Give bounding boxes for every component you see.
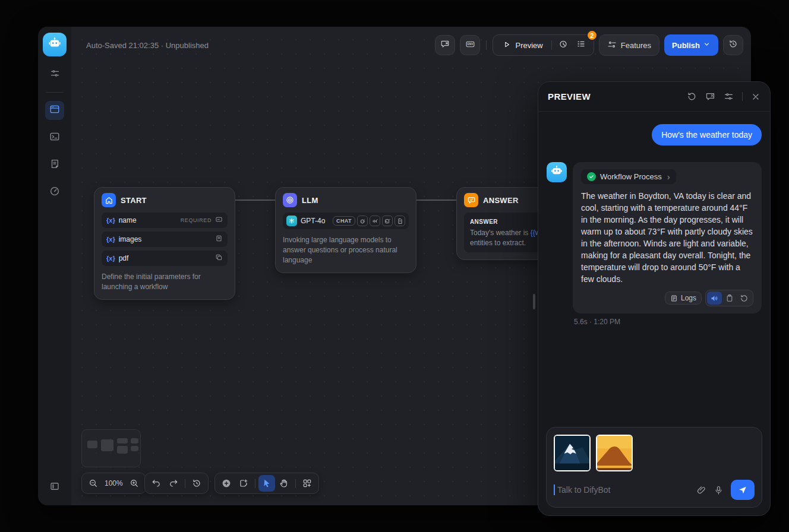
chat-settings-button[interactable] (724, 91, 734, 102)
message-meta: 5.6s · 1:20 PM (574, 318, 762, 326)
close-preview-button[interactable] (751, 92, 760, 102)
zoom-in-button[interactable] (126, 475, 143, 492)
answer-text-part: Today's weather is (470, 229, 531, 237)
audio-capability-icon (370, 216, 380, 226)
variable-token: {x} (106, 255, 115, 262)
field-name: images (119, 235, 142, 243)
node-llm-description: Invoking large language models to answer… (283, 235, 409, 265)
zoom-level[interactable]: 100% (102, 479, 125, 487)
bot-message-bubble: Workflow Process › The weather in Boydto… (573, 162, 762, 314)
history-icon (192, 479, 201, 488)
zoom-in-icon (130, 479, 139, 488)
app-logo[interactable] (43, 33, 67, 56)
document-capability-icon (394, 216, 405, 226)
chat-input-row (554, 480, 755, 500)
regenerate-button[interactable] (737, 292, 752, 305)
variable-token: {x} (106, 236, 115, 243)
voice-input-button[interactable] (714, 485, 724, 495)
attachment-sunset-mountain-photo[interactable] (596, 435, 633, 471)
preview-run-button[interactable]: Preview (497, 40, 548, 50)
node-start-header: START (102, 193, 228, 207)
message-action-group (705, 290, 753, 306)
workflow-process-chip[interactable]: Workflow Process › (581, 169, 676, 184)
logs-button[interactable]: Logs (665, 292, 702, 305)
add-node-button[interactable] (218, 475, 235, 492)
desktop: Auto-Saved 21:02:35 · Unpublished ENV (0, 0, 789, 532)
hand-tool-button[interactable] (276, 475, 292, 492)
sidebar-item-orchestrate[interactable] (45, 101, 64, 120)
publish-button[interactable]: Publish (664, 34, 718, 56)
preview-header: PREVIEW (538, 82, 770, 112)
add-note-icon (239, 479, 248, 488)
minimap-node (131, 446, 138, 451)
copy-icon (725, 294, 734, 302)
app-config-button[interactable] (45, 65, 64, 84)
node-start[interactable]: START {x} name REQUIRED {x} images (94, 187, 235, 300)
version-history-button[interactable] (723, 35, 743, 55)
minimap-node (87, 441, 97, 448)
bot-message-row: Workflow Process › The weather in Boydto… (547, 162, 762, 326)
night-mountain-image (555, 436, 589, 470)
annotation-icon (440, 39, 450, 51)
user-message-row: How's the weather today (547, 124, 762, 145)
node-llm[interactable]: LLM GPT-4o CHAT (275, 187, 416, 273)
canvas-scrollbar[interactable] (533, 294, 535, 309)
run-history-button[interactable] (554, 36, 572, 54)
copy-button[interactable] (722, 292, 737, 305)
gauge-icon (49, 186, 60, 199)
preview-run-label: Preview (515, 41, 542, 50)
redo-button[interactable] (165, 475, 182, 492)
start-field-pdf[interactable]: {x} pdf (102, 251, 228, 266)
topbar-actions: ENV Preview (435, 34, 743, 56)
zoom-out-icon (89, 479, 98, 488)
publish-label: Publish (672, 41, 700, 50)
mic-icon (714, 485, 724, 495)
minimap[interactable] (81, 429, 141, 467)
undo-icon (152, 479, 161, 488)
env-button[interactable]: ENV (460, 35, 480, 55)
send-button[interactable] (731, 480, 755, 500)
hand-icon (279, 479, 289, 488)
collapse-sidebar-button[interactable] (45, 478, 64, 497)
attachment-thumbnails (554, 435, 755, 471)
logs-label: Logs (681, 294, 696, 302)
preview-header-actions (687, 91, 760, 102)
logs-icon (670, 294, 678, 302)
sliders-icon (50, 68, 60, 81)
sidebar-item-terminal[interactable] (45, 128, 64, 147)
pointer-tool-button[interactable] (258, 475, 275, 492)
undo-button[interactable] (148, 475, 165, 492)
field-meta (215, 254, 223, 263)
regenerate-icon (740, 294, 749, 303)
features-button[interactable]: Features (599, 34, 659, 56)
file-field-icon (215, 235, 223, 244)
edge-llm-answer (416, 200, 456, 201)
annotation-button[interactable] (435, 35, 455, 55)
attachment-night-mountain-photo[interactable] (554, 435, 591, 471)
speaker-button[interactable] (707, 292, 722, 305)
start-field-images[interactable]: {x} images (102, 232, 228, 247)
robot-icon (550, 164, 563, 180)
workflow-process-label: Workflow Process (600, 172, 662, 181)
field-meta (215, 235, 223, 244)
organize-blocks-button[interactable] (299, 475, 315, 492)
sidebar-item-logs[interactable] (45, 156, 64, 175)
start-field-name[interactable]: {x} name REQUIRED (102, 213, 228, 228)
clear-chat-button[interactable] (705, 91, 715, 102)
close-icon (751, 92, 760, 102)
sidebar (38, 27, 71, 505)
sidebar-item-monitoring[interactable] (45, 183, 64, 202)
short-text-field-icon (215, 216, 223, 225)
edge-start-llm (235, 200, 275, 201)
zoom-out-button[interactable] (85, 475, 102, 492)
files-field-icon (215, 254, 223, 263)
redo-icon (169, 479, 178, 488)
sidebar-divider (46, 92, 64, 93)
chat-input[interactable] (557, 485, 689, 495)
attach-file-button[interactable] (696, 485, 706, 495)
add-note-button[interactable] (235, 475, 252, 492)
change-history-button[interactable] (188, 475, 205, 492)
restart-conversation-button[interactable] (687, 91, 697, 102)
env-label: ENV (468, 43, 474, 46)
model-selector[interactable]: GPT-4o CHAT (283, 213, 409, 229)
